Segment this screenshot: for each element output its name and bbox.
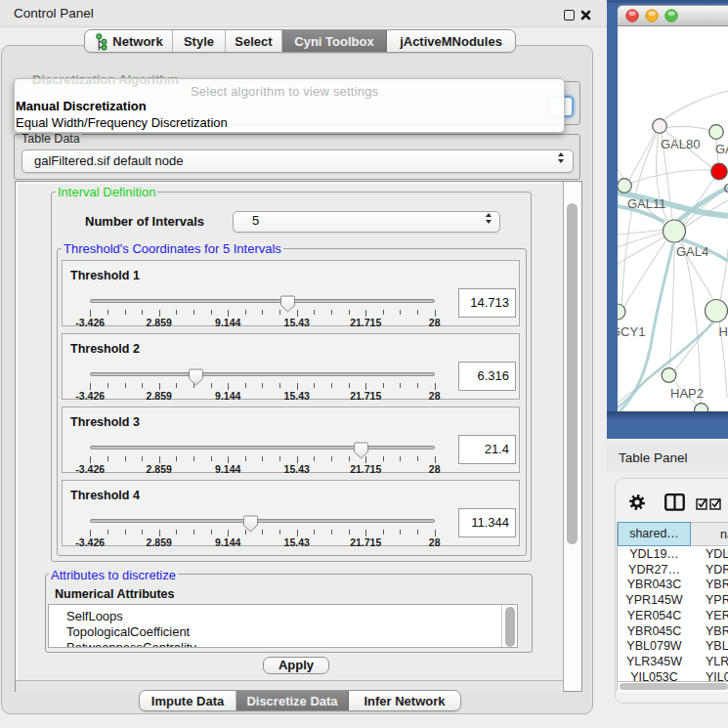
svg-text:HAP2: HAP2: [670, 386, 704, 401]
svg-text:H: H: [719, 324, 728, 339]
svg-text:C: C: [724, 181, 728, 195]
svg-text:GAL80: GAL80: [661, 137, 700, 151]
svg-text:GAL11: GAL11: [627, 196, 666, 211]
svg-text:GCY1: GCY1: [618, 324, 645, 339]
svg-text:GAL4: GAL4: [676, 244, 708, 259]
svg-text:GA: GA: [715, 142, 728, 156]
